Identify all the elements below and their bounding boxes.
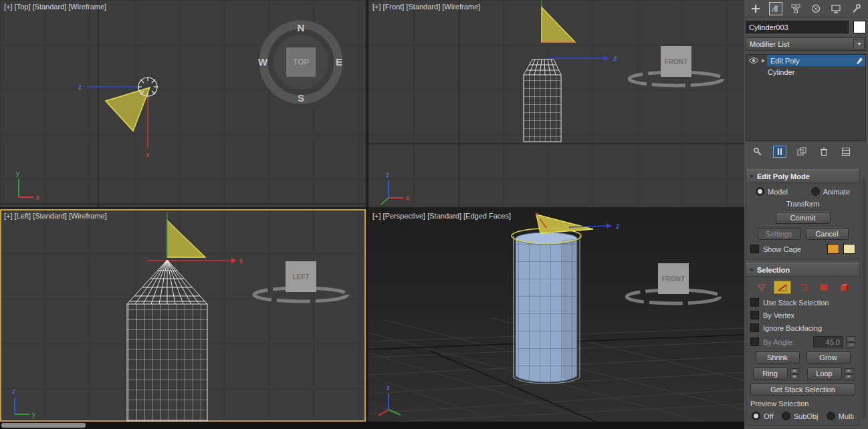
viewport-left-label[interactable]: [+] [Left] [Standard] [Wireframe] [4,212,107,220]
configure-modifier-sets-button[interactable] [839,146,853,158]
view-compass[interactable]: TOP N E S W [258,22,342,104]
remove-modifier-button[interactable] [817,146,831,158]
viewport-top-label[interactable]: [+] [Top] [Standard] [Wireframe] [4,3,106,11]
motion-icon [810,3,821,14]
element-mode-button[interactable] [836,281,853,294]
ignore-backfacing-checkbox[interactable] [750,323,759,332]
vertex-mode-button[interactable] [753,281,770,294]
by-angle-checkbox[interactable] [750,337,759,346]
border-mode-button[interactable] [794,281,812,294]
tab-display[interactable] [829,2,843,15]
command-panel: Cylinder003 Modifier List Edit Poly [744,0,868,429]
utilities-icon [851,3,861,14]
cylinder-wireframe[interactable] [127,260,207,421]
ring-button[interactable]: Ring [753,368,788,380]
cancel-button[interactable]: Cancel [806,228,849,240]
polygon-icon [818,283,830,292]
rollout-selection: Selection [746,263,860,426]
selection-circle-gizmo[interactable] [138,77,158,97]
by-angle-spinner [847,336,855,347]
by-vertex-label: By Vertex [763,311,794,319]
triangle-object[interactable] [167,221,205,257]
viewcube[interactable]: LEFT [254,261,348,301]
animate-radio[interactable] [811,187,820,196]
transform-gizmo[interactable] [548,55,609,61]
viewport-perspective-label[interactable]: [+] [Perspective] [Standard] [Edged Face… [372,212,511,220]
rollout-header[interactable]: Selection [746,263,860,277]
visibility-toggle[interactable] [746,57,761,64]
viewport-perspective[interactable]: [+] [Perspective] [Standard] [Edged Face… [368,209,744,422]
loop-button[interactable]: Loop [807,368,842,380]
viewport-left-canvas: x LEFT [0,209,366,422]
loop-spinner[interactable] [845,368,853,380]
triangle-object[interactable] [542,7,575,42]
triangle-object[interactable] [106,88,150,131]
tab-motion[interactable] [809,2,823,15]
viewport-front[interactable]: [+] [Front] [Standard] [Wireframe] [368,0,744,207]
shrink-button[interactable]: Shrink [756,351,800,364]
show-end-result-button[interactable] [773,146,786,158]
by-vertex-checkbox[interactable] [750,311,759,319]
dropdown-button[interactable] [853,39,865,49]
modify-icon [770,3,781,14]
stack-row-cylinder[interactable]: Cylinder [746,66,865,78]
compass-center-label[interactable]: TOP [293,57,309,67]
viewcube[interactable]: FRONT [627,263,720,303]
viewcube-front-face[interactable]: FRONT [665,58,687,65]
cylinder-wireframe[interactable] [524,59,561,142]
rollout-header[interactable]: Edit Poly Mode [746,169,860,183]
panel-scrollbar[interactable] [862,178,866,418]
preview-off-group[interactable]: Off [752,412,773,420]
tab-modify[interactable] [769,2,782,15]
polygon-mode-button[interactable] [815,281,833,294]
timeline-scrollbar[interactable] [0,422,744,429]
model-radio[interactable] [756,187,764,196]
tab-hierarchy[interactable] [789,2,802,15]
rollout-collapse-icon [750,175,754,178]
transform-gizmo[interactable] [147,258,237,263]
grow-button[interactable]: Grow [806,351,851,364]
viewport-top[interactable]: [+] [Top] [Standard] [Wireframe] z x [0,0,366,207]
object-name-field[interactable]: Cylinder003 [746,21,849,33]
expand-arrow-icon[interactable] [762,59,765,63]
commit-button[interactable]: Commit [776,212,831,224]
pin-stack-button[interactable] [751,146,764,158]
compass-west[interactable]: W [258,56,268,67]
cage-selected-color-swatch[interactable] [843,244,855,254]
scrollbar-thumb[interactable] [1,423,86,428]
viewcube[interactable]: FRONT [629,46,723,86]
viewcube-left-face[interactable]: LEFT [293,273,310,281]
edge-mode-button[interactable] [774,281,791,294]
preview-subobj-group[interactable]: SubObj [782,412,819,420]
triangle-object[interactable] [536,214,593,233]
compass-south[interactable]: S [298,92,304,104]
preview-subobj-radio[interactable] [782,412,790,420]
preview-off-radio[interactable] [752,412,760,420]
show-cage-checkbox[interactable] [750,245,759,253]
compass-north[interactable]: N [298,22,305,33]
animate-label: Animate [823,188,850,196]
use-stack-selection-checkbox[interactable] [750,298,759,307]
viewcube-front-face[interactable]: FRONT [662,275,685,283]
ring-spinner[interactable] [790,368,799,380]
cylinder-shaded[interactable] [516,233,577,382]
modifier-label: Edit Poly [770,57,799,65]
model-radio-group[interactable]: Model [756,187,788,196]
preview-subobj-label: SubObj [794,412,819,420]
get-stack-selection-button[interactable]: Get Stack Selection [750,384,855,396]
tab-create[interactable] [749,2,762,15]
display-icon [831,3,841,14]
preview-multi-radio[interactable] [827,412,835,420]
stack-row-edit-poly[interactable]: Edit Poly [746,55,865,66]
animate-radio-group[interactable]: Animate [811,187,850,196]
preview-multi-group[interactable]: Multi [827,412,854,420]
compass-east[interactable]: E [336,56,342,67]
viewport-front-label[interactable]: [+] [Front] [Standard] [Wireframe] [372,3,480,11]
tab-utilities[interactable] [849,2,863,15]
selected-modifier[interactable]: Edit Poly [767,55,865,66]
object-color-swatch[interactable] [853,21,866,33]
modifier-list-dropdown[interactable]: Modifier List [746,37,866,51]
viewport-left[interactable]: [+] [Left] [Standard] [Wireframe] x [0,209,366,422]
make-unique-button[interactable] [795,146,808,158]
cage-color-swatch[interactable] [827,244,839,254]
